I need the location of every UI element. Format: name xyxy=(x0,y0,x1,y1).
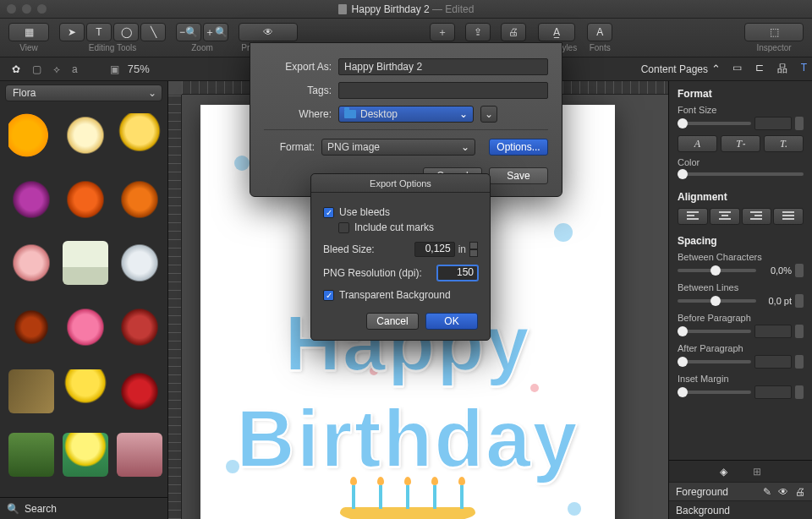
align-right[interactable] xyxy=(742,208,772,225)
after-para-slider[interactable] xyxy=(678,360,751,363)
pages-icon[interactable]: ▣ xyxy=(110,63,119,75)
color-slider[interactable] xyxy=(678,172,804,176)
font-style-t2[interactable]: T. xyxy=(764,135,804,152)
category-dropdown[interactable]: Flora xyxy=(5,85,162,101)
align-center[interactable] xyxy=(710,208,740,225)
image-library-icon[interactable]: ▢ xyxy=(32,63,41,75)
bleed-size-input[interactable]: 0,125 xyxy=(414,242,455,257)
font-style-a[interactable]: A xyxy=(678,135,717,152)
before-para-slider[interactable] xyxy=(678,330,751,333)
print-icon[interactable]: 🖨 xyxy=(795,486,805,498)
after-para-field[interactable] xyxy=(754,355,792,369)
text-tool[interactable]: T xyxy=(86,23,112,41)
clipart-thumb[interactable] xyxy=(8,369,54,413)
zoom-in-button[interactable]: ＋🔍 xyxy=(203,23,228,41)
clipart-thumb[interactable] xyxy=(63,113,108,157)
include-cut-marks-checkbox[interactable] xyxy=(338,222,349,233)
options-button[interactable]: Options... xyxy=(489,139,548,156)
insert-button[interactable]: ＋ xyxy=(430,23,455,41)
clipart-thumb[interactable] xyxy=(8,178,54,221)
clipart-thumb[interactable] xyxy=(8,305,54,349)
appearance-tab-icon[interactable]: ⊏ xyxy=(755,62,764,76)
clipart-thumb[interactable] xyxy=(8,113,54,157)
clipart-thumb[interactable] xyxy=(63,433,108,477)
layers-tab-icon[interactable]: ◈ xyxy=(720,466,727,478)
pointer-tool[interactable]: ➤ xyxy=(59,23,85,41)
clipart-thumb[interactable] xyxy=(117,433,162,477)
text-library-icon[interactable]: a xyxy=(72,63,78,75)
shapes-library-icon[interactable]: ⟡ xyxy=(53,63,60,75)
save-button[interactable]: Save xyxy=(489,167,548,184)
char-spacing-stepper[interactable] xyxy=(795,264,804,277)
inset-margin-field[interactable] xyxy=(754,385,792,399)
options-ok-button[interactable]: OK xyxy=(425,313,478,330)
library-sidebar: Flora 🔍Search xyxy=(0,81,168,519)
grid-tab-icon[interactable]: ⊞ xyxy=(753,466,761,478)
font-style-t1[interactable]: T˗ xyxy=(721,135,760,152)
clipart-thumb[interactable] xyxy=(117,113,162,157)
format-select[interactable]: PNG image xyxy=(321,139,475,156)
clipart-thumb[interactable] xyxy=(8,433,54,477)
text-styles-button[interactable]: A̲ xyxy=(538,23,575,41)
window-controls[interactable] xyxy=(7,4,47,14)
inspector-button[interactable]: ⬚ xyxy=(744,23,804,41)
font-size-label: Font Size xyxy=(678,105,804,115)
clipart-thumb[interactable] xyxy=(63,369,108,413)
zoom-level[interactable]: 75% xyxy=(128,63,150,75)
preview-mode-button[interactable]: 👁 xyxy=(239,23,298,41)
text-tab-icon[interactable]: T xyxy=(801,62,807,76)
clipart-grid xyxy=(0,105,167,497)
expand-browse-button[interactable]: ⌄ xyxy=(480,106,497,123)
clipart-thumb[interactable] xyxy=(117,241,162,285)
foreground-layer[interactable]: Foreground✎👁🖨 xyxy=(669,482,812,500)
arrange-tab-icon[interactable]: 品 xyxy=(777,62,787,76)
png-resolution-input[interactable]: 150 xyxy=(437,265,478,281)
document-title: Happy Birthday 2 xyxy=(352,3,430,15)
font-size-stepper[interactable] xyxy=(795,117,804,130)
zoom-out-button[interactable]: −🔍 xyxy=(176,23,201,41)
font-size-field[interactable] xyxy=(754,117,792,130)
clipart-thumb[interactable] xyxy=(63,305,108,349)
fonts-button[interactable]: A xyxy=(587,23,612,41)
bleed-size-stepper[interactable] xyxy=(469,242,478,257)
pencil-icon[interactable]: ✎ xyxy=(763,486,771,498)
line-tool[interactable]: ╲ xyxy=(140,23,166,41)
tags-input[interactable] xyxy=(338,82,548,99)
clipart-thumb[interactable] xyxy=(117,178,162,221)
options-cancel-button[interactable]: Cancel xyxy=(366,313,419,330)
shape-tool[interactable]: ◯ xyxy=(113,23,139,41)
flower-library-icon[interactable]: ✿ xyxy=(12,63,20,75)
content-pages-dropdown[interactable]: Content Pages ⌃ xyxy=(641,63,721,75)
search-icon: 🔍 xyxy=(7,503,19,515)
before-para-field[interactable] xyxy=(754,325,792,338)
color-label: Color xyxy=(678,157,804,167)
clipart-thumb[interactable] xyxy=(117,369,162,413)
export-options-modal: Export Options Use bleeds Include cut ma… xyxy=(310,173,491,341)
align-left[interactable] xyxy=(678,208,708,225)
background-layer[interactable]: Background xyxy=(669,500,812,519)
export-as-input[interactable]: Happy Birthday 2 xyxy=(338,58,548,75)
clipart-thumb[interactable] xyxy=(117,305,162,349)
transparent-bg-checkbox[interactable] xyxy=(323,290,334,301)
view-button[interactable]: ▦ xyxy=(8,23,49,41)
use-bleeds-checkbox[interactable] xyxy=(323,207,334,218)
search-field[interactable]: 🔍Search xyxy=(0,497,167,519)
inset-margin-slider[interactable] xyxy=(678,391,751,394)
clipart-thumb[interactable] xyxy=(63,178,108,221)
ruler-vertical xyxy=(168,95,182,519)
spacing-heading: Spacing xyxy=(678,235,804,247)
folder-icon xyxy=(344,110,356,118)
share-button[interactable]: ⇪ xyxy=(465,23,491,41)
eye-icon[interactable]: 👁 xyxy=(778,486,788,498)
line-spacing-stepper[interactable] xyxy=(795,294,804,308)
align-justify[interactable] xyxy=(773,208,804,225)
titlebar: Happy Birthday 2 — Edited xyxy=(0,0,812,19)
text-birthday[interactable]: Birthday xyxy=(236,392,579,485)
clipart-thumb[interactable] xyxy=(8,241,54,285)
clipart-thumb[interactable] xyxy=(63,241,108,285)
char-spacing-slider[interactable] xyxy=(678,269,756,272)
geometry-tab-icon[interactable]: ▭ xyxy=(732,62,742,76)
line-spacing-slider[interactable] xyxy=(678,299,756,303)
where-select[interactable]: Desktop xyxy=(338,106,474,123)
print-button[interactable]: 🖨 xyxy=(501,23,526,41)
